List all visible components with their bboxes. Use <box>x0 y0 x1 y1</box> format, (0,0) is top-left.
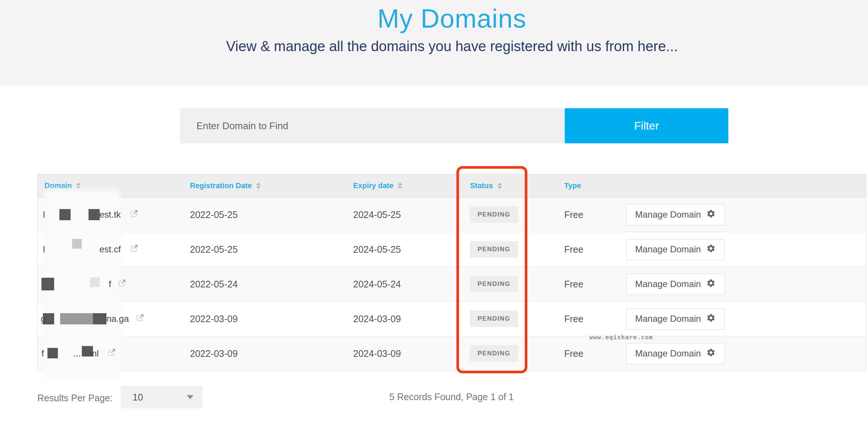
status-badge: PENDING <box>470 241 518 258</box>
pagination-bar: Results Per Page: 10 5 Records Found, Pa… <box>37 386 866 410</box>
registration-date-cell: 2022-03-09 <box>183 302 347 336</box>
domain-text-fragment: f <box>41 348 44 359</box>
status-badge: PENDING <box>470 206 518 223</box>
expiry-date-cell: 2024-05-25 <box>347 197 464 232</box>
manage-domain-label: Manage Domain <box>635 314 701 324</box>
external-link-icon[interactable] <box>107 348 116 359</box>
column-label: Status <box>470 181 493 190</box>
redaction-square <box>89 209 100 220</box>
sort-arrows-icon[interactable] <box>76 183 81 189</box>
gear-icon <box>706 278 716 290</box>
page-subtitle: View & manage all the domains you have r… <box>36 38 868 54</box>
domain-cell: l est.cf <box>38 232 183 267</box>
domain-text-fragment: g <box>41 314 46 324</box>
registration-date-cell: 2022-05-25 <box>183 197 347 232</box>
status-cell: PENDING <box>464 232 558 267</box>
sort-arrows-icon[interactable] <box>497 183 502 189</box>
column-header-type: Type <box>558 174 620 197</box>
actions-cell: Manage Domain <box>620 232 866 267</box>
registration-date-cell: 2022-05-25 <box>183 232 347 267</box>
domain-cell: l est.tk <box>38 197 183 232</box>
type-cell: Free <box>558 267 620 302</box>
status-badge: PENDING <box>470 276 518 292</box>
domain-text-fragment: ml <box>89 348 99 359</box>
external-link-icon[interactable] <box>130 209 139 220</box>
domain-cell: f ... ml <box>38 336 183 371</box>
external-link-icon[interactable] <box>118 278 127 290</box>
redaction-square <box>90 277 100 287</box>
redaction-square <box>47 348 58 358</box>
expiry-date-cell: 2024-05-24 <box>347 267 464 302</box>
expiry-date-cell: 2024-03-09 <box>347 336 464 371</box>
sort-arrows-icon[interactable] <box>398 183 402 189</box>
domain-cell: f <box>38 267 183 302</box>
expiry-date-cell: 2024-03-09 <box>347 302 464 336</box>
filter-button[interactable]: Filter <box>565 108 728 143</box>
records-summary: 5 Records Found, Page 1 of 1 <box>37 392 866 402</box>
expiry-date-cell: 2024-05-25 <box>347 232 464 267</box>
hero-banner: My Domains View & manage all the domains… <box>0 0 868 85</box>
redaction-square <box>60 313 94 324</box>
external-link-icon[interactable] <box>136 313 145 324</box>
domains-table: Domain Registration Date Expiry date Sta… <box>37 174 866 371</box>
manage-domain-label: Manage Domain <box>635 209 701 220</box>
column-label: Domain <box>44 181 72 190</box>
domain-cell: g na.ga <box>38 302 183 336</box>
registration-date-cell: 2022-03-09 <box>183 336 347 371</box>
type-cell: Free <box>558 336 620 371</box>
type-cell: Free <box>558 197 620 232</box>
table-row: l est.tk 2022-05-25 2024-05-25 PENDING F… <box>38 197 866 232</box>
column-header-status[interactable]: Status <box>464 174 558 197</box>
manage-domain-button[interactable]: Manage Domain <box>626 274 725 295</box>
table-header-row: Domain Registration Date Expiry date Sta… <box>38 174 866 197</box>
manage-domain-button[interactable]: Manage Domain <box>626 204 725 225</box>
type-cell: Free <box>558 302 620 336</box>
sort-arrows-icon[interactable] <box>256 183 261 189</box>
gear-icon <box>706 348 716 359</box>
column-header-registration-date[interactable]: Registration Date <box>183 174 347 197</box>
watermark: www.eqishare.com <box>589 334 653 341</box>
table-row: f 2022-05-24 2024-05-24 PENDING Free Man… <box>38 267 866 302</box>
actions-cell: Manage Domain <box>620 302 866 336</box>
gear-icon <box>706 313 716 325</box>
type-cell: Free <box>558 232 620 267</box>
manage-domain-button[interactable]: Manage Domain <box>626 308 725 330</box>
domain-text-fragment: ... <box>73 348 81 359</box>
actions-cell: Manage Domain <box>620 267 866 302</box>
column-label: Type <box>564 181 581 190</box>
status-cell: PENDING <box>464 267 558 302</box>
domain-text-fragment: l <box>43 244 45 255</box>
column-header-expiry-date[interactable]: Expiry date <box>347 174 464 197</box>
redaction-square <box>93 313 106 324</box>
status-cell: PENDING <box>464 197 558 232</box>
status-cell: PENDING <box>464 302 558 336</box>
domain-text-fragment: est.cf <box>99 244 121 255</box>
gear-icon <box>706 244 716 255</box>
manage-domain-label: Manage Domain <box>635 348 701 359</box>
gear-icon <box>706 209 716 221</box>
status-badge: PENDING <box>470 345 518 362</box>
column-header-actions <box>620 174 866 197</box>
actions-cell: Manage Domain <box>620 197 866 232</box>
table-row: f ... ml 2022-03-09 2024-03-09 PENDING F… <box>38 336 866 371</box>
registration-date-cell: 2022-05-24 <box>183 267 347 302</box>
table-row: l est.cf 2022-05-25 2024-05-25 PENDING F… <box>38 232 866 267</box>
domain-text-fragment: est.tk <box>99 209 121 220</box>
column-label: Expiry date <box>353 181 394 190</box>
external-link-icon[interactable] <box>130 244 139 255</box>
manage-domain-label: Manage Domain <box>635 244 701 255</box>
domains-table-container: Domain Registration Date Expiry date Sta… <box>37 174 866 371</box>
domain-text-fragment: l <box>43 209 45 220</box>
redaction-square <box>72 239 82 249</box>
manage-domain-button[interactable]: Manage Domain <box>626 343 725 364</box>
status-cell: PENDING <box>464 336 558 371</box>
redaction-square <box>41 278 54 290</box>
redaction-square <box>59 209 71 220</box>
actions-cell: Manage Domain <box>620 336 866 371</box>
search-input[interactable] <box>180 108 565 143</box>
column-label: Registration Date <box>190 181 252 190</box>
table-row: g na.ga 2022-03-09 2024-03-09 PENDING Fr… <box>38 302 866 336</box>
page-title: My Domains <box>36 4 868 33</box>
domain-text-fragment: f <box>109 279 111 289</box>
manage-domain-button[interactable]: Manage Domain <box>626 239 725 260</box>
